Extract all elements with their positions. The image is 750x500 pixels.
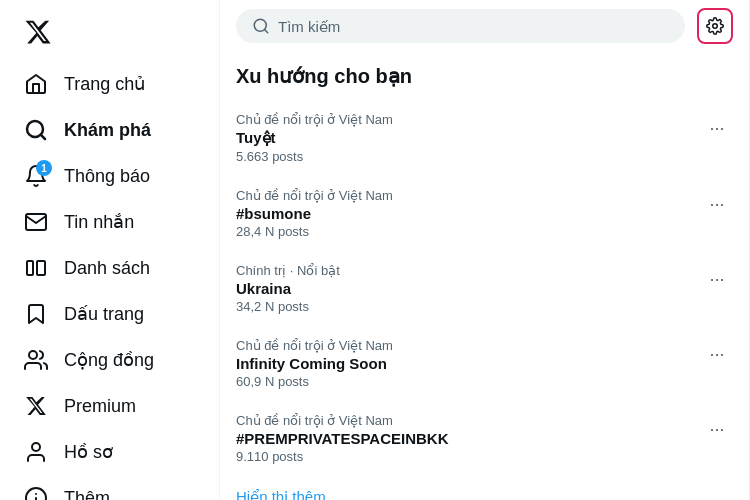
sidebar-item-communities[interactable]: Cộng đồng (12, 338, 207, 382)
trend-posts: 9.110 posts (236, 449, 701, 464)
notifications-badge: 1 (36, 160, 52, 176)
search-bar-row (220, 0, 749, 52)
svg-line-10 (264, 29, 267, 32)
logo[interactable] (12, 8, 207, 60)
trend-info: Chủ đề nổi trội ở Việt Nam Tuyệt 5.663 p… (236, 112, 701, 164)
trend-more-button[interactable]: ··· (701, 112, 733, 144)
trend-name: Tuyệt (236, 129, 701, 147)
trending-section: Xu hướng cho bạn Chủ đề nổi trội ở Việt … (220, 52, 749, 500)
trend-info: Chủ đề nổi trội ở Việt Nam #PREMPRIVATES… (236, 413, 701, 464)
trend-category: Chủ đề nổi trội ở Việt Nam (236, 188, 701, 203)
settings-button[interactable] (697, 8, 733, 44)
profile-icon (24, 440, 48, 464)
sidebar-item-lists[interactable]: Danh sách (12, 246, 207, 290)
sidebar-item-profile-label: Hồ sơ (64, 441, 113, 463)
trend-name: Ukraina (236, 280, 701, 297)
sidebar-item-notifications-label: Thông báo (64, 166, 150, 187)
trend-posts: 60,9 N posts (236, 374, 701, 389)
trend-info: Chính trị · Nổi bật Ukraina 34,2 N posts (236, 263, 701, 314)
trend-category: Chủ đề nổi trội ở Việt Nam (236, 112, 701, 127)
trend-posts: 5.663 posts (236, 149, 701, 164)
trend-posts: 34,2 N posts (236, 299, 701, 314)
trend-more-button[interactable]: ··· (701, 413, 733, 445)
gear-icon (706, 17, 724, 35)
trend-name: #bsumone (236, 205, 701, 222)
trend-item[interactable]: Chính trị · Nổi bật Ukraina 34,2 N posts… (236, 251, 733, 326)
mail-icon (24, 210, 48, 234)
trend-posts: 28,4 N posts (236, 224, 701, 239)
trend-category: Chính trị · Nổi bật (236, 263, 701, 278)
community-icon (24, 348, 48, 372)
trend-name: #PREMPRIVATESPACEINBKK (236, 430, 701, 447)
sidebar-item-more-label: Thêm (64, 488, 110, 501)
trend-more-button[interactable]: ··· (701, 188, 733, 220)
trend-item[interactable]: Chủ đề nổi trội ở Việt Nam #PREMPRIVATES… (236, 401, 733, 476)
sidebar-item-explore-label: Khám phá (64, 120, 151, 141)
trend-category: Chủ đề nổi trội ở Việt Nam (236, 413, 701, 428)
trend-more-button[interactable]: ··· (701, 263, 733, 295)
sidebar-item-bookmarks-label: Dấu trang (64, 303, 144, 325)
sidebar: Trang chủ Khám phá 1 Thông báo Tin (0, 0, 220, 500)
home-icon (24, 72, 48, 96)
sidebar-item-premium[interactable]: Premium (12, 384, 207, 428)
explore-icon (24, 118, 48, 142)
sidebar-item-explore[interactable]: Khám phá (12, 108, 207, 152)
sidebar-item-profile[interactable]: Hồ sơ (12, 430, 207, 474)
list-icon (24, 256, 48, 280)
trend-info: Chủ đề nổi trội ở Việt Nam #bsumone 28,4… (236, 188, 701, 239)
trending-title: Xu hướng cho bạn (236, 56, 733, 100)
sidebar-item-lists-label: Danh sách (64, 258, 150, 279)
svg-point-11 (713, 24, 718, 29)
trend-item[interactable]: Chủ đề nổi trội ở Việt Nam #bsumone 28,4… (236, 176, 733, 251)
trend-more-button[interactable]: ··· (701, 338, 733, 370)
sidebar-item-premium-label: Premium (64, 396, 136, 417)
svg-point-5 (32, 443, 40, 451)
trend-info: Chủ đề nổi trội ở Việt Nam Infinity Comi… (236, 338, 701, 389)
show-more-link[interactable]: Hiển thị thêm (236, 476, 733, 500)
bell-icon: 1 (24, 164, 48, 188)
svg-rect-2 (27, 261, 33, 275)
more-circle-icon (24, 486, 48, 500)
premium-x-icon (24, 394, 48, 418)
trend-item[interactable]: Chủ đề nổi trội ở Việt Nam Tuyệt 5.663 p… (236, 100, 733, 176)
sidebar-item-more[interactable]: Thêm (12, 476, 207, 500)
svg-line-1 (41, 135, 45, 139)
sidebar-item-home[interactable]: Trang chủ (12, 62, 207, 106)
bookmark-icon (24, 302, 48, 326)
sidebar-item-bookmarks[interactable]: Dấu trang (12, 292, 207, 336)
search-container[interactable] (236, 9, 685, 43)
search-input[interactable] (278, 18, 669, 35)
trend-name: Infinity Coming Soon (236, 355, 701, 372)
svg-rect-3 (37, 261, 45, 275)
trend-item[interactable]: Chủ đề nổi trội ở Việt Nam Infinity Comi… (236, 326, 733, 401)
svg-point-4 (29, 351, 37, 359)
main-content: Xu hướng cho bạn Chủ đề nổi trội ở Việt … (220, 0, 750, 500)
sidebar-item-notifications[interactable]: 1 Thông báo (12, 154, 207, 198)
sidebar-item-communities-label: Cộng đồng (64, 349, 154, 371)
sidebar-item-messages-label: Tin nhắn (64, 211, 134, 233)
sidebar-item-home-label: Trang chủ (64, 73, 145, 95)
sidebar-item-messages[interactable]: Tin nhắn (12, 200, 207, 244)
trend-category: Chủ đề nổi trội ở Việt Nam (236, 338, 701, 353)
search-icon (252, 17, 270, 35)
